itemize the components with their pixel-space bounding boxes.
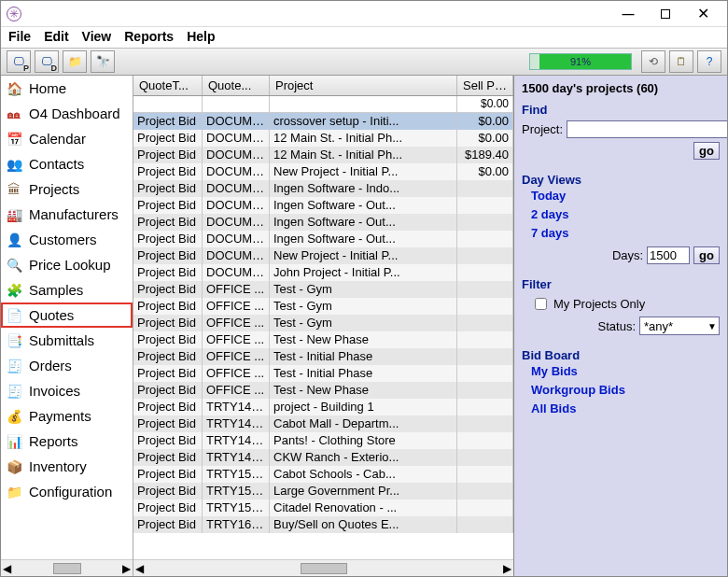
window-maximize-button[interactable]: [647, 4, 684, 24]
table-row[interactable]: Project BidTRTY14-32CKW Ranch - Exterio.…: [133, 449, 513, 466]
nav-label: Invoices: [29, 383, 80, 399]
col-sell-price[interactable]: Sell Pri...: [457, 76, 513, 95]
nav-hscrollbar[interactable]: ◀ ▶: [1, 559, 133, 576]
table-row[interactable]: Project BidDOCUME...12 Main St. - Initia…: [133, 147, 513, 163]
table-row[interactable]: Project BidOFFICE ...Test - Gym: [133, 315, 513, 331]
table-row[interactable]: Project BidTRTY14-12project - Building 1: [133, 399, 513, 415]
cell: [457, 247, 513, 264]
scroll-left-icon[interactable]: ◀: [135, 562, 144, 575]
nav-item-payments[interactable]: 💰Payments: [1, 403, 133, 429]
menu-edit[interactable]: Edit: [44, 29, 68, 44]
table-row[interactable]: Project BidDOCUME...New Project - Initia…: [133, 163, 513, 180]
table-row[interactable]: Project BidTRTY16-78Buy/Sell on Quotes E…: [133, 516, 513, 533]
cell: Project Bid: [133, 483, 203, 500]
menu-reports[interactable]: Reports: [124, 29, 174, 44]
table-row[interactable]: Project BidOFFICE ...Test - Gym: [133, 298, 513, 315]
nav-item-customers[interactable]: 👤Customers: [1, 227, 133, 252]
table-row[interactable]: Project BidDOCUME...New Project - Initia…: [133, 247, 513, 264]
cell: DOCUME...: [203, 214, 270, 231]
app-window: ✳ — ✕ File Edit View Reports Help 🖵P 🖵D …: [0, 0, 728, 577]
toolbar-disk-p-button[interactable]: 🖵P: [7, 50, 31, 73]
bid-mybids-link[interactable]: My Bids: [531, 362, 720, 381]
nav-item-invoices[interactable]: 🧾Invoices: [1, 378, 133, 403]
titlebar: ✳ — ✕: [1, 1, 727, 27]
dayview-today-link[interactable]: Today: [531, 187, 720, 205]
cell: John Project - Initial P...: [270, 264, 457, 281]
nav-item-o4-dashboard[interactable]: 🏘O4 Dashboard: [1, 101, 133, 126]
status-select[interactable]: *any* ▼: [639, 317, 720, 335]
table-row[interactable]: Project BidOFFICE ...Test - Initial Phas…: [133, 348, 513, 365]
days-input[interactable]: [647, 246, 690, 264]
table-row[interactable]: Project BidOFFICE ...Test - New Phase: [133, 382, 513, 399]
nav-item-calendar[interactable]: 📅Calendar: [1, 126, 133, 151]
cell: OFFICE ...: [203, 281, 270, 298]
my-projects-checkbox[interactable]: [535, 298, 547, 310]
table-row[interactable]: Project BidOFFICE ...Test - Initial Phas…: [133, 365, 513, 382]
table-row[interactable]: Project BidOFFICE ...Test - New Phase: [133, 331, 513, 348]
sync-progress: 91%: [529, 53, 632, 70]
nav-icon: 📄: [5, 306, 23, 325]
toolbar-help-button[interactable]: ?: [697, 50, 721, 73]
nav-item-quotes[interactable]: 📄Quotes: [1, 303, 133, 328]
days-label: Days:: [612, 248, 643, 262]
col-quote-type[interactable]: QuoteT...: [133, 76, 203, 95]
table-row[interactable]: Project BidDOCUME...crossover setup - In…: [133, 113, 513, 130]
window-close-button[interactable]: ✕: [684, 4, 721, 24]
nav-item-reports[interactable]: 📊Reports: [1, 429, 133, 454]
menu-file[interactable]: File: [8, 29, 31, 44]
bid-workgroup-link[interactable]: Workgroup Bids: [531, 381, 720, 400]
project-search-input[interactable]: [567, 120, 727, 138]
status-value: *any*: [644, 319, 673, 333]
window-minimize-button[interactable]: —: [609, 4, 647, 24]
col-project[interactable]: Project: [270, 76, 457, 95]
nav-item-projects[interactable]: 🏛Projects: [1, 176, 133, 202]
cell: [457, 298, 513, 315]
table-row[interactable]: Project BidDOCUME...John Project - Initi…: [133, 264, 513, 281]
grid-hscrollbar[interactable]: ◀ ▶: [133, 559, 513, 576]
nav-item-orders[interactable]: 🧾Orders: [1, 353, 133, 378]
menu-help[interactable]: Help: [187, 29, 215, 44]
dayview-2days-link[interactable]: 2 days: [531, 205, 720, 224]
table-row[interactable]: Project BidTRTY14-29Pants! - Clothing St…: [133, 432, 513, 449]
scroll-right-icon[interactable]: ▶: [503, 562, 511, 575]
scroll-thumb[interactable]: [53, 563, 81, 574]
cell: OFFICE ...: [203, 382, 270, 399]
cell: [457, 197, 513, 214]
nav-item-manufacturers[interactable]: 🏭Manufacturers: [1, 202, 133, 227]
menu-view[interactable]: View: [82, 29, 112, 44]
nav-item-configuration[interactable]: 📁Configuration: [1, 479, 133, 504]
toolbar-folder-button[interactable]: 📁: [63, 50, 87, 73]
dayview-7days-link[interactable]: 7 days: [531, 224, 720, 243]
scroll-left-icon[interactable]: ◀: [3, 562, 11, 575]
table-row[interactable]: Project BidTRTY14-19Cabot Mall - Departm…: [133, 415, 513, 432]
nav-item-samples[interactable]: 🧩Samples: [1, 277, 133, 303]
toolbar-binoculars-button[interactable]: 🔭: [91, 50, 115, 73]
cell: Test - Initial Phase: [270, 365, 457, 382]
cell: Buy/Sell on Quotes E...: [270, 516, 457, 533]
table-row[interactable]: Project BidTRTY15-72Large Government Pr.…: [133, 483, 513, 500]
table-row[interactable]: Project BidDOCUME...Ingen Software - Out…: [133, 214, 513, 231]
toolbar-sync-button[interactable]: ⟲: [641, 50, 665, 73]
table-row[interactable]: Project BidTRTY15-54Cabot Schools - Cab.…: [133, 466, 513, 483]
table-row[interactable]: Project BidDOCUME...Ingen Software - Ind…: [133, 180, 513, 197]
bid-allbids-link[interactable]: All Bids: [531, 400, 720, 418]
table-row[interactable]: Project BidDOCUME...Ingen Software - Out…: [133, 231, 513, 247]
find-go-button[interactable]: go: [693, 142, 720, 160]
nav-item-inventory[interactable]: 📦Inventory: [1, 454, 133, 479]
col-quote[interactable]: Quote...: [203, 76, 270, 95]
days-go-button[interactable]: go: [693, 246, 720, 264]
nav-item-home[interactable]: 🏠Home: [1, 76, 133, 101]
cell: Project Bid: [133, 163, 203, 180]
scroll-right-icon[interactable]: ▶: [122, 562, 131, 575]
table-row[interactable]: Project BidDOCUME...12 Main St. - Initia…: [133, 130, 513, 147]
nav-item-price-lookup[interactable]: 🔍Price Lookup: [1, 252, 133, 277]
nav-item-submittals[interactable]: 📑Submittals: [1, 328, 133, 353]
table-row[interactable]: Project BidDOCUME...Ingen Software - Out…: [133, 197, 513, 214]
nav-item-contacts[interactable]: 👥Contacts: [1, 151, 133, 176]
nav-icon: 🔍: [5, 256, 23, 274]
table-row[interactable]: Project BidOFFICE ...Test - Gym: [133, 281, 513, 298]
toolbar-notes-button[interactable]: 🗒: [669, 50, 693, 73]
table-row[interactable]: Project BidTRTY15-73Citadel Renovation -…: [133, 500, 513, 516]
scroll-thumb[interactable]: [301, 563, 347, 574]
toolbar-disk-d-button[interactable]: 🖵D: [35, 50, 59, 73]
